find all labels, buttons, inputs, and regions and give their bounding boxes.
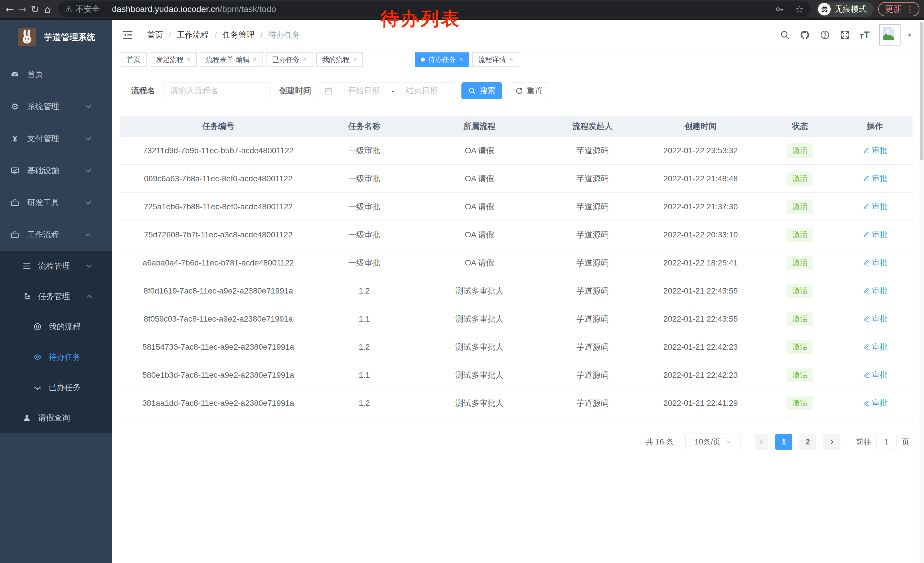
cell-process: OA 请假 [412, 145, 547, 156]
approve-link[interactable]: 审批 [862, 314, 888, 324]
approve-link[interactable]: 审批 [862, 342, 888, 352]
breadcrumb-workflow[interactable]: 工作流程 [177, 30, 209, 41]
close-tab-icon[interactable]: × [353, 56, 357, 63]
tab-label: 我的流程 [322, 55, 350, 64]
chevron-down-icon [84, 134, 93, 143]
cell-process: 测试多审批人 [412, 398, 547, 408]
avatar-caret-icon[interactable]: ▾ [908, 31, 911, 39]
breadcrumb-task-mgmt[interactable]: 任务管理 [223, 30, 255, 41]
sidebar-item-task-mgmt[interactable]: 任务管理 [0, 281, 112, 312]
search-icon[interactable] [780, 30, 790, 40]
github-icon[interactable] [800, 30, 810, 40]
tab-start-process[interactable]: 发起流程× [150, 53, 196, 67]
breadcrumb-home[interactable]: 首页 [147, 30, 163, 41]
sidebar-item-infrastructure[interactable]: 基础设施 [0, 155, 112, 187]
start-date-placeholder[interactable]: 开始日期 [338, 86, 390, 96]
tab-process-form-edit[interactable]: 流程表单-编辑× [200, 53, 263, 67]
page-button-2[interactable]: 2 [799, 434, 816, 450]
browser-menu-icon[interactable]: ⋮ [906, 4, 914, 14]
page-button-1[interactable]: 1 [775, 434, 792, 450]
fullscreen-icon[interactable] [840, 30, 850, 40]
sidebar-collapse-icon[interactable] [122, 29, 134, 41]
browser-update-button[interactable]: 更新 ⋮ [878, 2, 920, 17]
approve-link[interactable]: 审批 [862, 398, 888, 408]
page-size-value: 10条/页 [694, 437, 721, 447]
chevron-down-icon [84, 166, 93, 175]
tab-todo-task[interactable]: 待办任务× [415, 53, 469, 67]
prev-page-button[interactable] [754, 434, 768, 450]
browser-back-icon[interactable]: ← [3, 3, 16, 15]
browser-home-icon[interactable]: ⌂ [41, 3, 54, 15]
status-badge: 激活 [787, 171, 813, 186]
sidebar-item-done-task[interactable]: 已办任务 [0, 372, 112, 402]
font-size-icon[interactable]: TT [860, 29, 870, 41]
page-scrollbar[interactable] [920, 20, 924, 563]
bookmark-star-icon[interactable]: ☆ [795, 3, 804, 15]
sidebar-item-workflow[interactable]: 工作流程 [0, 219, 112, 251]
cell-create-time: 2022-01-22 23:53:32 [638, 146, 763, 155]
edit-pencil-icon [862, 147, 870, 154]
cell-create-time: 2022-01-21 22:42:23 [638, 371, 763, 380]
sidebar-item-todo-task[interactable]: 待办任务 [0, 342, 112, 372]
date-range-picker[interactable]: 开始日期 - 结束日期 [318, 82, 454, 99]
chevron-up-icon [85, 292, 94, 301]
cell-create-time: 2022-01-22 21:37:30 [638, 202, 763, 211]
browser-reload-icon[interactable]: ↻ [28, 3, 41, 15]
approve-link[interactable]: 审批 [862, 201, 888, 212]
cell-starter: 芋道源码 [547, 201, 638, 212]
sidebar-item-label: 流程管理 [38, 261, 70, 272]
sidebar-item-leave-query[interactable]: 请假查询 [0, 402, 112, 433]
approve-link[interactable]: 审批 [862, 285, 888, 296]
reset-button[interactable]: 重置 [508, 82, 549, 99]
sidebar-item-label: 工作流程 [27, 230, 59, 240]
sidebar-item-payment-mgmt[interactable]: ¥支付管理 [0, 123, 112, 155]
process-name-input[interactable] [163, 82, 270, 99]
status-badge: 激活 [787, 284, 813, 298]
close-tab-icon[interactable]: × [509, 56, 513, 63]
url-host: dashboard.yudao.iocoder.cn [112, 4, 220, 14]
browser-forward-icon[interactable]: → [16, 3, 28, 15]
yen-icon: ¥ [10, 134, 20, 143]
sidebar-item-label: 首页 [27, 69, 43, 80]
avatar[interactable] [879, 24, 900, 45]
sidebar-item-home[interactable]: 首页 [0, 59, 112, 90]
tab-done-task[interactable]: 已办任务× [266, 53, 313, 67]
approve-label: 审批 [872, 398, 888, 408]
edit-pencil-icon [862, 259, 870, 266]
cell-create-time: 2022-01-21 22:43:55 [638, 286, 763, 296]
sidebar-item-system-mgmt[interactable]: ⚙系统管理 [0, 90, 112, 123]
close-tab-icon[interactable]: × [253, 56, 257, 63]
approve-link[interactable]: 审批 [862, 173, 888, 183]
tab-process-detail[interactable]: 流程详情× [472, 53, 519, 67]
help-icon[interactable] [820, 30, 830, 40]
scrollbar-thumb[interactable] [920, 22, 923, 161]
tab-home[interactable]: 首页 [121, 53, 147, 67]
approve-link[interactable]: 审批 [862, 230, 888, 240]
end-date-placeholder[interactable]: 结束日期 [396, 86, 448, 96]
approve-label: 审批 [872, 285, 888, 296]
page-size-select[interactable]: 10条/页 [685, 434, 741, 450]
sidebar-item-dev-tools[interactable]: 研发工具 [0, 187, 112, 219]
close-tab-icon[interactable]: × [303, 56, 307, 63]
app-logo-row[interactable]: 芋道管理系统 [0, 20, 112, 54]
col-task-id: 任务编号 [120, 121, 316, 132]
cell-create-time: 2022-01-21 22:43:55 [638, 314, 763, 324]
approve-label: 审批 [872, 257, 888, 268]
approve-link[interactable]: 审批 [862, 145, 888, 156]
next-page-button[interactable] [823, 434, 840, 450]
close-tab-icon[interactable]: × [459, 56, 463, 63]
tab-my-process[interactable]: 我的流程× [316, 53, 363, 67]
sidebar-menu: 首页⚙系统管理¥支付管理基础设施研发工具工作流程流程管理任务管理我的流程待办任务… [0, 59, 112, 433]
search-button[interactable]: 搜索 [461, 82, 502, 99]
update-label: 更新 [885, 3, 902, 15]
cell-create-time: 2022-01-21 22:41:29 [638, 399, 763, 408]
close-tab-icon[interactable]: × [187, 56, 190, 63]
goto-page-input[interactable] [876, 434, 897, 450]
approve-link[interactable]: 审批 [862, 370, 888, 380]
sidebar-item-my-process[interactable]: 我的流程 [0, 312, 112, 342]
password-key-icon[interactable] [775, 4, 784, 14]
sidebar-item-process-mgmt[interactable]: 流程管理 [0, 251, 112, 281]
approve-link[interactable]: 审批 [862, 257, 888, 268]
chevron-down-icon [85, 261, 94, 270]
tab-label: 发起流程 [156, 55, 183, 64]
